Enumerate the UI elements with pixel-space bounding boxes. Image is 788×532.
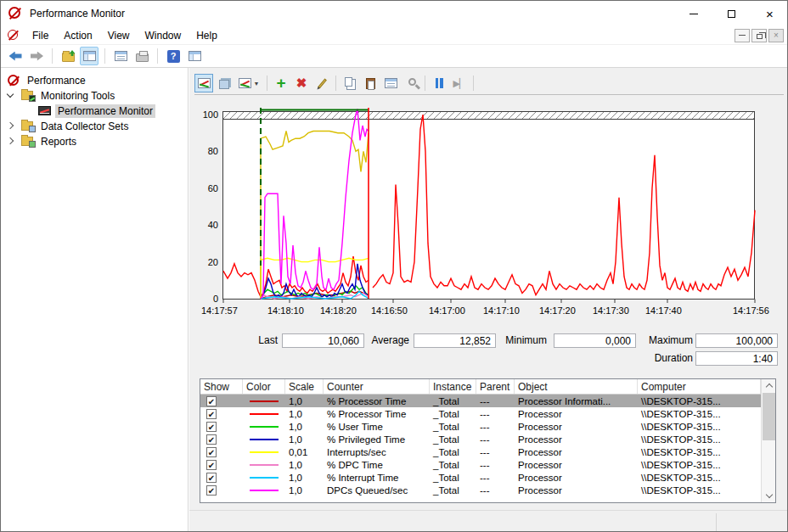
table-row[interactable]: ✔1,0% Privileged Time_Total---Processor\… <box>200 433 761 445</box>
x-axis-label: 14:16:50 <box>371 305 408 316</box>
chart-type-dropdown[interactable]: ▼ <box>235 74 262 92</box>
maximum-label: Maximum <box>604 334 693 348</box>
cell-computer: \\DESKTOP-315... <box>638 447 761 457</box>
cell-scale: 1,0 <box>285 422 324 432</box>
table-row[interactable]: ✔1,0% User Time_Total---Processor\\DESKT… <box>200 420 761 433</box>
cell-parent: --- <box>476 396 515 406</box>
console-toolbar: ? <box>1 45 788 68</box>
cell-object: Processor <box>515 485 638 496</box>
export-list-button[interactable] <box>59 47 77 65</box>
menu-help[interactable]: Help <box>189 27 225 44</box>
column-header-color[interactable]: Color <box>243 379 285 394</box>
window-title: Performance Monitor <box>30 8 125 20</box>
cell-parent: --- <box>476 434 515 445</box>
cell-parent: --- <box>476 473 515 483</box>
show-checkbox[interactable]: ✔ <box>206 422 217 432</box>
new-window-button[interactable] <box>185 47 204 65</box>
cell-computer: \\DESKTOP-315... <box>638 473 761 483</box>
back-button[interactable] <box>6 47 25 65</box>
print-button[interactable] <box>132 47 151 65</box>
cell-counter: % Interrupt Time <box>324 473 430 483</box>
child-minimize-button[interactable] <box>735 29 750 42</box>
freeze-display-button[interactable] <box>430 74 448 92</box>
menu-window[interactable]: Window <box>138 27 189 44</box>
cell-instance: _Total <box>430 485 476 496</box>
show-checkbox[interactable]: ✔ <box>206 447 217 457</box>
y-axis-label: 40 <box>193 220 218 230</box>
minimize-button[interactable] <box>674 1 712 26</box>
cell-scale: 1,0 <box>285 485 324 496</box>
delete-counter-button[interactable]: ✖ <box>292 74 311 92</box>
chevron-down-icon[interactable] <box>7 91 14 98</box>
scroll-down-button[interactable] <box>762 490 776 502</box>
maximum-value: 100,000 <box>695 333 778 348</box>
maximize-icon <box>728 10 735 18</box>
child-restore-button[interactable] <box>751 29 767 42</box>
column-header-object[interactable]: Object <box>515 379 638 394</box>
cell-scale: 1,0 <box>285 409 324 419</box>
chevron-right-icon[interactable] <box>7 122 14 129</box>
column-header-counter[interactable]: Counter <box>324 379 430 394</box>
tree-item-data-collector-sets[interactable]: Data Collector Sets <box>1 119 188 134</box>
column-header-parent[interactable]: Parent <box>476 379 515 394</box>
copy-properties-button[interactable] <box>341 74 359 92</box>
tree-item-reports[interactable]: Reports <box>1 134 188 149</box>
scrollbar-thumb[interactable] <box>763 393 775 440</box>
child-close-button[interactable]: × <box>768 29 784 42</box>
cell-instance: _Total <box>430 447 476 457</box>
update-data-button[interactable]: ▶▏ <box>450 74 469 92</box>
y-axis-label: 20 <box>193 257 218 267</box>
x-axis-label: 14:17:00 <box>429 305 465 316</box>
menu-view[interactable]: View <box>100 27 138 44</box>
forward-button[interactable] <box>27 47 46 65</box>
tree-item-monitoring-tools[interactable]: Monitoring Tools <box>1 88 188 104</box>
show-console-tree-button[interactable] <box>80 47 98 65</box>
chevron-down-icon <box>765 491 772 498</box>
help-button[interactable]: ? <box>164 47 183 65</box>
status-bar-divider <box>189 510 788 511</box>
graph-properties-button[interactable] <box>381 74 400 92</box>
view-log-data-button[interactable] <box>215 74 234 92</box>
table-row[interactable]: ✔0,01Interrupts/sec_Total---Processor\\D… <box>200 445 761 458</box>
show-checkbox[interactable]: ✔ <box>206 434 217 445</box>
highlight-button[interactable] <box>312 74 331 92</box>
table-scrollbar[interactable] <box>761 379 775 502</box>
properties-button[interactable] <box>111 47 130 65</box>
table-row[interactable]: ✔1,0% Processor Time_Total---Processor I… <box>200 395 761 407</box>
forward-arrow-icon <box>31 52 43 61</box>
column-header-instance[interactable]: Instance <box>430 379 476 394</box>
cell-instance: _Total <box>430 473 476 483</box>
column-header-scale[interactable]: Scale <box>285 379 324 394</box>
menu-action[interactable]: Action <box>56 27 99 44</box>
view-current-activity-button[interactable] <box>194 74 213 92</box>
table-row[interactable]: ✔1,0DPCs Queued/sec_Total---Processor\\D… <box>200 484 761 496</box>
show-checkbox[interactable]: ✔ <box>206 485 217 496</box>
menu-file[interactable]: File <box>25 27 56 44</box>
counter-legend-table: ShowColorScaleCounterInstanceParentObjec… <box>200 378 776 503</box>
scroll-up-button[interactable] <box>762 379 776 392</box>
cell-scale: 0,01 <box>285 447 324 457</box>
tree-item-performance[interactable]: Performance <box>1 73 188 88</box>
minimize-icon <box>690 14 698 14</box>
column-header-computer[interactable]: Computer <box>638 379 761 394</box>
table-row[interactable]: ✔1,0% DPC Time_Total---Processor\\DESKTO… <box>200 458 761 471</box>
color-swatch <box>250 490 279 491</box>
performance-monitor-window: Performance Monitor × FileActionViewWind… <box>0 0 788 532</box>
tree-item-performance-monitor[interactable]: Performance Monitor <box>1 104 188 119</box>
close-button[interactable]: × <box>751 1 788 26</box>
color-swatch <box>250 477 279 479</box>
show-checkbox[interactable]: ✔ <box>206 409 217 419</box>
show-checkbox[interactable]: ✔ <box>206 396 217 406</box>
table-row[interactable]: ✔1,0% Interrupt Time_Total---Processor\\… <box>200 471 761 484</box>
add-counter-button[interactable]: + <box>272 74 290 92</box>
show-checkbox[interactable]: ✔ <box>206 473 217 483</box>
child-restore-icon <box>757 34 763 39</box>
show-checkbox[interactable]: ✔ <box>206 460 217 470</box>
table-row[interactable]: ✔1,0% Processor Time_Total---Processor\\… <box>200 407 761 420</box>
maximize-button[interactable] <box>712 1 751 26</box>
paste-counter-list-button[interactable] <box>361 74 380 92</box>
column-header-show[interactable]: Show <box>200 379 243 394</box>
cell-parent: --- <box>476 447 515 457</box>
zoom-button[interactable] <box>402 74 420 92</box>
chevron-right-icon[interactable] <box>7 137 14 144</box>
